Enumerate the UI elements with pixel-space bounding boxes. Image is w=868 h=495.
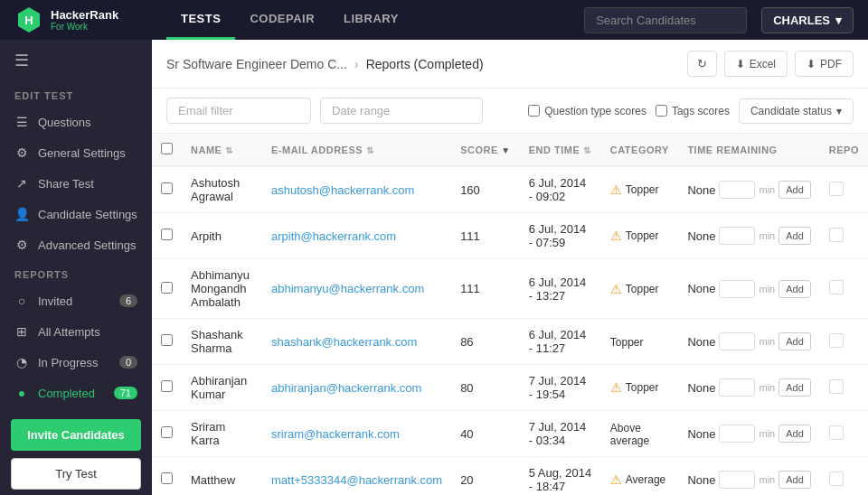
breadcrumb-link[interactable]: Sr Software Engineer Demo C... [166, 57, 347, 71]
sidebar-item-share-test[interactable]: ↗ Share Test [0, 168, 152, 199]
report-check-cell[interactable] [820, 411, 868, 457]
date-range-input[interactable] [320, 98, 483, 124]
time-input[interactable] [719, 227, 755, 245]
question-type-scores-checkbox[interactable] [528, 105, 540, 117]
row-checkbox[interactable] [161, 182, 173, 194]
email-link[interactable]: shashank@hackerrank.com [271, 335, 417, 349]
report-checkbox[interactable] [829, 228, 844, 242]
select-all-checkbox[interactable] [161, 143, 173, 154]
time-input[interactable] [719, 378, 755, 397]
email-link[interactable]: ashutosh@hackerrank.com [271, 183, 414, 197]
email-link[interactable]: arpith@hackerrank.com [271, 229, 396, 243]
excel-label: Excel [750, 58, 776, 70]
row-checkbox-cell[interactable] [152, 166, 182, 213]
question-type-scores-label[interactable]: Question type scores [528, 105, 646, 117]
try-test-button[interactable]: Try Test [11, 458, 141, 490]
report-check-cell[interactable] [820, 457, 868, 496]
candidate-name: Abhimanyu Mongandh Ambalath [182, 259, 262, 319]
sidebar-item-all-attempts[interactable]: ⊞ All Attempts [0, 316, 152, 347]
breadcrumb-current: Reports (Completed) [366, 57, 484, 71]
sidebar-item-questions[interactable]: ☰ Questions [0, 107, 152, 137]
candidate-score: 80 [451, 365, 520, 411]
refresh-button[interactable]: ↻ [687, 51, 717, 77]
reports-section-title: REPORTS [0, 260, 152, 285]
email-filter-input[interactable] [166, 98, 311, 124]
logo-text: HackerRank [51, 8, 118, 22]
report-check-cell[interactable] [820, 319, 868, 365]
search-input[interactable] [584, 7, 747, 33]
email-link[interactable]: abhimanyu@hackerrank.com [271, 282, 424, 295]
nav-tests[interactable]: TESTS [166, 0, 235, 40]
report-check-cell[interactable] [820, 213, 868, 259]
nav-codepair[interactable]: CODEPAIR [235, 0, 329, 40]
tags-scores-checkbox[interactable] [656, 105, 667, 117]
th-select-all[interactable] [152, 134, 182, 166]
candidate-status-dropdown[interactable]: Candidate status ▾ [739, 98, 854, 124]
add-time-button[interactable]: Add [778, 181, 811, 199]
report-checkbox[interactable] [829, 425, 844, 440]
candidate-name: Ashutosh Agrawal [182, 166, 262, 213]
time-input[interactable] [719, 181, 755, 199]
row-checkbox-cell[interactable] [152, 213, 182, 259]
row-checkbox-cell[interactable] [152, 411, 182, 457]
add-time-button[interactable]: Add [778, 332, 811, 350]
th-end-time[interactable]: END TIME ⇅ [520, 134, 601, 166]
sidebar-item-completed[interactable]: ● Completed 71 [0, 378, 152, 408]
candidates-table-wrapper: NAME ⇅ E-MAIL ADDRESS ⇅ SCORE ▼ END TIME… [152, 134, 868, 495]
row-checkbox[interactable] [161, 229, 173, 240]
excel-button[interactable]: ⬇ Excel [724, 51, 788, 77]
th-name[interactable]: NAME ⇅ [182, 134, 262, 166]
pdf-button[interactable]: ⬇ PDF [795, 51, 854, 77]
add-time-button[interactable]: Add [778, 378, 811, 397]
report-checkbox[interactable] [829, 280, 844, 294]
email-link[interactable]: abhiranjan@hackerrank.com [271, 381, 421, 395]
row-checkbox-cell[interactable] [152, 319, 182, 365]
time-input[interactable] [719, 425, 755, 443]
row-checkbox-cell[interactable] [152, 457, 182, 496]
sidebar-item-in-progress[interactable]: ◔ In Progress 0 [0, 347, 152, 378]
row-checkbox[interactable] [161, 380, 173, 392]
tags-scores-label[interactable]: Tags scores [656, 105, 730, 117]
row-checkbox[interactable] [161, 334, 173, 346]
report-check-cell[interactable] [820, 259, 868, 319]
report-checkbox[interactable] [829, 379, 844, 394]
row-checkbox-cell[interactable] [152, 365, 182, 411]
email-link[interactable]: sriram@hackerrank.com [271, 427, 400, 441]
hamburger-icon[interactable]: ☰ [0, 40, 152, 81]
add-time-button[interactable]: Add [778, 280, 811, 298]
report-check-cell[interactable] [820, 365, 868, 411]
report-checkbox[interactable] [829, 333, 844, 348]
row-checkbox-cell[interactable] [152, 259, 182, 319]
time-none-label: None [687, 381, 715, 395]
time-input[interactable] [719, 332, 755, 350]
report-checkbox[interactable] [829, 472, 844, 486]
row-checkbox[interactable] [161, 426, 173, 438]
add-time-button[interactable]: Add [778, 425, 811, 443]
th-email[interactable]: E-MAIL ADDRESS ⇅ [262, 134, 451, 166]
user-menu[interactable]: CHARLES ▾ [761, 7, 854, 33]
time-input[interactable] [719, 471, 755, 489]
sidebar-invited-label: Invited [38, 294, 72, 308]
sidebar-item-general-settings[interactable]: ⚙ General Settings [0, 137, 152, 168]
nav-links: TESTS CODEPAIR LIBRARY [166, 0, 584, 40]
candidate-email: abhiranjan@hackerrank.com [262, 365, 451, 411]
sidebar-item-advanced-settings[interactable]: ⚙ Advanced Settings [0, 229, 152, 260]
candidate-category: ⚠ Topper [601, 259, 679, 319]
report-checkbox[interactable] [829, 182, 844, 196]
report-check-cell[interactable] [820, 166, 868, 213]
email-link[interactable]: matt+5333344@hackerrank.com [271, 473, 442, 487]
nav-library[interactable]: LIBRARY [329, 0, 413, 40]
row-checkbox[interactable] [161, 282, 173, 294]
sidebar-item-invited[interactable]: ○ Invited 6 [0, 285, 152, 316]
sidebar-item-candidate-settings[interactable]: 👤 Candidate Settings [0, 199, 152, 229]
list-icon: ☰ [14, 115, 29, 129]
add-time-button[interactable]: Add [778, 227, 811, 245]
sidebar-share-test-label: Share Test [38, 177, 94, 191]
th-score[interactable]: SCORE ▼ [451, 134, 520, 166]
time-none-label: None [687, 282, 715, 295]
add-time-button[interactable]: Add [778, 471, 811, 489]
row-checkbox[interactable] [161, 472, 173, 484]
time-input[interactable] [719, 280, 755, 298]
time-remaining-cell: None min Add [678, 319, 819, 365]
invite-candidates-button[interactable]: Invite Candidates [11, 419, 141, 451]
